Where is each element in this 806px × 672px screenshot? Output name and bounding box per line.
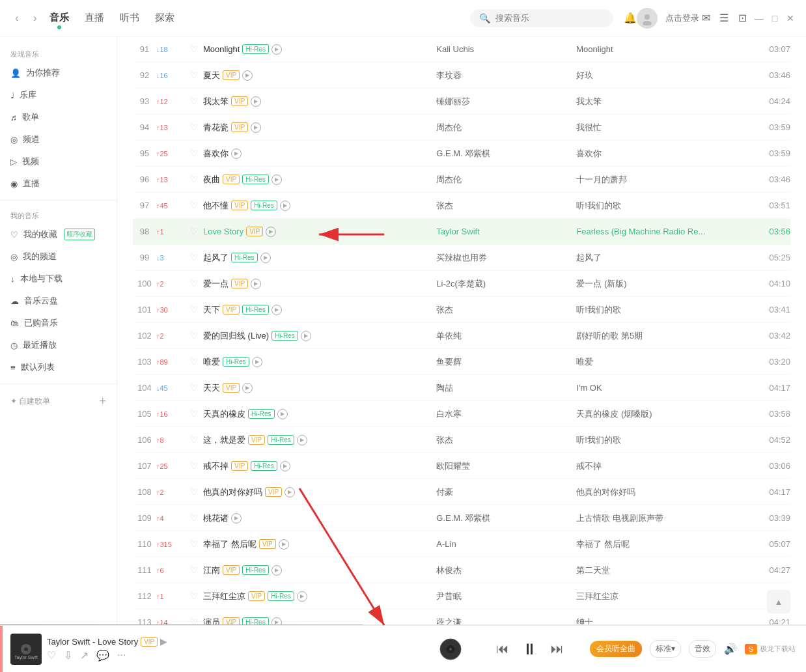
play-badge[interactable]: ▶ [277, 409, 288, 419]
create-plus-button[interactable]: + [99, 395, 106, 408]
sidebar-item-my-channel[interactable]: ◎ 我的频道 [0, 245, 117, 268]
play-badge[interactable]: ▶ [285, 487, 295, 497]
player-comment-button[interactable]: 💬 [96, 649, 109, 662]
like-button[interactable]: ♡ [185, 513, 203, 523]
volume-icon[interactable]: 🔊 [724, 643, 737, 655]
next-button[interactable]: ⏭ [551, 641, 564, 656]
sidebar-item-recommend[interactable]: 👤 为你推荐 [0, 62, 117, 84]
like-button[interactable]: ♡ [185, 305, 203, 315]
play-badge[interactable]: ▶ [271, 175, 282, 185]
play-badge[interactable]: ▶ [271, 565, 282, 576]
sidebar-item-playlist[interactable]: ♬ 歌单 [0, 106, 117, 128]
sidebar-item-favorites[interactable]: ♡ 我的收藏 顺序收藏 [0, 223, 117, 245]
pause-button[interactable]: ⏸ [522, 640, 538, 658]
player-more-button[interactable]: ··· [117, 649, 126, 662]
play-badge[interactable]: ▶ [260, 253, 271, 263]
sidebar-item-library[interactable]: ♩ 乐库 [0, 84, 117, 106]
play-badge[interactable]: ▶ [280, 201, 290, 211]
player-share-button[interactable]: ↗ [80, 649, 89, 662]
like-button[interactable]: ♡ [185, 539, 203, 549]
song-artist: 锤娜丽莎 [436, 96, 576, 107]
play-badge[interactable]: ▶ [231, 148, 242, 159]
back-button[interactable]: ‹ [10, 12, 23, 25]
play-badge[interactable]: ▶ [297, 435, 307, 445]
sidebar-item-live[interactable]: ◉ 直播 [0, 173, 117, 195]
mini-player-icon[interactable]: ⊡ [736, 12, 749, 25]
sidebar-item-channel[interactable]: ◎ 频道 [0, 128, 117, 150]
play-badge[interactable]: ▶ [251, 122, 261, 133]
sidebar-item-purchased[interactable]: 🛍 已购音乐 [0, 312, 117, 334]
play-badge[interactable]: ▶ [251, 279, 261, 289]
sidebar-item-recent[interactable]: ◷ 最近播放 [0, 334, 117, 356]
like-button[interactable]: ♡ [185, 357, 203, 367]
user-login[interactable]: 点击登录 [665, 12, 699, 24]
like-button[interactable]: ♡ [185, 409, 203, 419]
play-badge[interactable]: ▶ [251, 96, 261, 107]
like-button[interactable]: ♡ [185, 435, 203, 445]
like-button[interactable]: ♡ [185, 201, 203, 210]
player-mv-icon[interactable]: ▶ [160, 636, 167, 647]
player-album-art[interactable]: Taylor Swift [10, 634, 42, 665]
vip-badge: VIP [248, 435, 265, 445]
play-badge[interactable]: ▶ [271, 44, 282, 55]
play-badge[interactable]: ▶ [297, 591, 307, 602]
search-input[interactable] [495, 13, 600, 23]
sidebar-item-video[interactable]: ▷ 视频 [0, 150, 117, 173]
effects-button[interactable]: 音效 [689, 640, 716, 658]
close-button[interactable]: ✕ [785, 13, 796, 23]
song-duration: 03:58 [751, 409, 790, 419]
forward-button[interactable]: › [29, 12, 42, 25]
like-button[interactable]: ♡ [185, 253, 203, 262]
song-artist: 白水寒 [436, 408, 576, 420]
like-button[interactable]: ♡ [185, 565, 203, 575]
tab-live[interactable]: 直播 [85, 9, 104, 27]
tab-music[interactable]: 音乐 [49, 9, 69, 27]
song-number: 97 [133, 201, 156, 210]
player-download-button[interactable]: ⇩ [64, 649, 72, 662]
play-badge[interactable]: ▶ [252, 357, 262, 367]
sidebar-item-default-list[interactable]: ≡ 默认列表 [0, 356, 117, 378]
play-badge[interactable]: ▶ [242, 70, 253, 81]
minimize-button[interactable]: — [754, 13, 764, 23]
like-button[interactable]: ♡ [185, 44, 203, 54]
tab-audiobook[interactable]: 听书 [120, 9, 139, 27]
like-button[interactable]: ♡ [185, 227, 203, 236]
player-like-button[interactable]: ♡ [47, 649, 56, 662]
play-badge[interactable]: ▶ [271, 305, 282, 315]
prev-button[interactable]: ⏮ [496, 641, 509, 656]
like-button[interactable]: ♡ [185, 279, 203, 288]
like-button[interactable]: ♡ [185, 96, 203, 106]
sidebar-item-local-download[interactable]: ↓ 本地与下载 [0, 268, 117, 290]
quality-button[interactable]: 标准▾ [650, 640, 681, 658]
play-badge[interactable]: ▶ [301, 331, 311, 341]
like-button[interactable]: ♡ [185, 148, 203, 158]
play-badge[interactable]: ▶ [280, 461, 290, 471]
like-button[interactable]: ♡ [185, 331, 203, 341]
like-button[interactable]: ♡ [185, 461, 203, 471]
player-vip-badge: VIP [141, 637, 158, 647]
play-badge[interactable]: ▶ [266, 227, 276, 237]
sidebar-item-cloud[interactable]: ☁ 音乐云盘 [0, 290, 117, 312]
song-title: 三拜红尘凉 VIPHi-Res▶ [203, 591, 436, 602]
hires-badge: Hi-Res [271, 331, 298, 341]
sidebar-divider [0, 200, 117, 201]
maximize-button[interactable]: □ [770, 13, 780, 23]
play-badge[interactable]: ▶ [231, 513, 242, 524]
play-badge[interactable]: ▶ [279, 539, 289, 550]
like-button[interactable]: ♡ [185, 487, 203, 497]
avatar [637, 8, 658, 29]
menu-icon[interactable]: ☰ [717, 12, 730, 25]
mail-icon[interactable]: ✉ [699, 12, 712, 25]
like-button[interactable]: ♡ [185, 175, 203, 184]
song-artist: G.E.M. 邓紫棋 [436, 148, 576, 160]
member-listen-button[interactable]: 会员听全曲 [590, 641, 642, 657]
like-button[interactable]: ♡ [185, 383, 203, 393]
like-button[interactable]: ♡ [185, 70, 203, 80]
tab-explore[interactable]: 探索 [155, 9, 174, 27]
song-title: 天天 VIP▶ [203, 382, 436, 394]
play-badge[interactable]: ▶ [242, 383, 253, 393]
bell-icon[interactable]: 🔔 [624, 12, 637, 25]
like-button[interactable]: ♡ [185, 591, 203, 601]
like-button[interactable]: ♡ [185, 122, 203, 132]
scroll-to-top-button[interactable]: ▲ [767, 590, 790, 613]
